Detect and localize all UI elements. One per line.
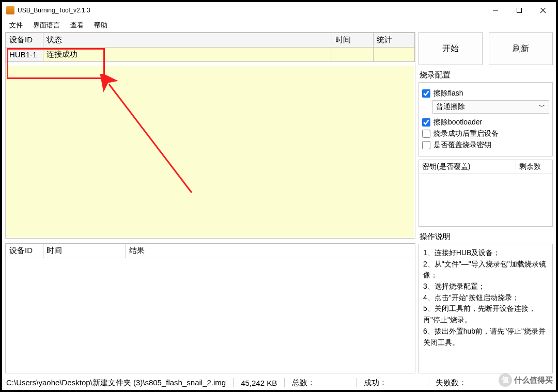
col-status[interactable]: 状态 xyxy=(43,33,332,48)
app-icon xyxy=(6,6,14,14)
log-col-result[interactable]: 结果 xyxy=(126,244,416,258)
window-title: USB_Burning_Tool_v2.1.3 xyxy=(18,7,484,14)
table-empty-area xyxy=(6,66,414,238)
erase-bootloader-checkbox[interactable] xyxy=(422,118,430,127)
instr-line: 1、连接好HUB及设备； xyxy=(423,247,548,259)
watermark-text: 什么值得买 xyxy=(514,375,553,385)
start-button[interactable]: 开始 xyxy=(419,32,483,65)
window-controls xyxy=(484,3,555,18)
cell-stat xyxy=(374,48,415,62)
instr-line: 6、拔出外置hub前，请先"停止"烧录并关闭工具。 xyxy=(423,326,548,348)
status-size: 45,242 KB xyxy=(241,379,277,387)
minimize-button[interactable] xyxy=(484,3,507,18)
instructions-panel: 1、连接好HUB及设备； 2、从"文件"—"导入烧录包"加载烧录镜像； 3、选择… xyxy=(419,244,553,373)
device-table: 设备ID 状态 时间 统计 HUB1-1 连接成功 xyxy=(6,33,415,62)
maximize-button[interactable] xyxy=(507,3,531,18)
device-table-panel: 设备ID 状态 时间 统计 HUB1-1 连接成功 xyxy=(5,32,415,239)
instructions-section: 操作说明 1、连接好HUB及设备； 2、从"文件"—"导入烧录包"加载烧录镜像；… xyxy=(419,230,553,373)
chevron-down-icon: ﹀ xyxy=(538,102,546,112)
instr-line: 5、关闭工具前，先断开设备连接，再"停止"烧录。 xyxy=(423,303,548,325)
instr-line: 2、从"文件"—"导入烧录包"加载烧录镜像； xyxy=(423,259,548,281)
menu-language[interactable]: 界面语言 xyxy=(29,20,64,31)
log-table: 设备ID 时间 结果 xyxy=(6,243,415,258)
config-title: 烧录配置 xyxy=(420,70,552,80)
col-stat[interactable]: 统计 xyxy=(374,33,415,48)
watermark-badge-icon: 值 xyxy=(499,373,512,387)
log-table-panel[interactable]: 设备ID 时间 结果 xyxy=(5,243,415,373)
erase-mode-select[interactable]: 普通擦除 ﹀ xyxy=(432,100,549,114)
erase-flash-label: 擦除flash xyxy=(433,89,463,98)
menu-view[interactable]: 查看 xyxy=(66,20,88,31)
erase-bootloader-label: 擦除bootloader xyxy=(433,118,482,127)
instr-line: 3、选择烧录配置； xyxy=(423,281,548,292)
statusbar: C:\Users\yaohe\Desktop\新建文件夹 (3)\s805_fl… xyxy=(2,375,556,390)
refresh-button[interactable]: 刷新 xyxy=(489,32,553,65)
status-total: 总数： xyxy=(292,378,349,388)
col-time[interactable]: 时间 xyxy=(332,33,374,48)
status-success: 成功： xyxy=(364,378,421,388)
reboot-after-label: 烧录成功后重启设备 xyxy=(433,129,499,138)
svg-rect-1 xyxy=(517,8,522,13)
key-col2[interactable]: 剩余数 xyxy=(516,160,552,174)
key-col1[interactable]: 密钥(是否覆盖) xyxy=(419,160,516,174)
cell-time xyxy=(332,48,374,62)
menu-file[interactable]: 文件 xyxy=(5,20,27,31)
overwrite-key-checkbox[interactable] xyxy=(422,141,430,149)
config-section: 烧录配置 擦除flash 普通擦除 ﹀ 擦除bootloader 烧录成功后重启… xyxy=(419,68,553,156)
status-path: C:\Users\yaohe\Desktop\新建文件夹 (3)\s805_fl… xyxy=(6,378,226,388)
menubar: 文件 界面语言 查看 帮助 xyxy=(2,19,556,32)
reboot-after-checkbox[interactable] xyxy=(422,130,430,138)
instr-line: 4、点击"开始"按钮启动烧录； xyxy=(423,292,548,304)
menu-help[interactable]: 帮助 xyxy=(90,20,112,31)
cell-status: 连接成功 xyxy=(43,48,332,62)
erase-flash-checkbox[interactable] xyxy=(422,89,430,98)
instructions-title: 操作说明 xyxy=(420,232,552,242)
cell-device-id: HUB1-1 xyxy=(6,48,43,62)
erase-mode-value: 普通擦除 xyxy=(436,102,465,112)
col-device-id[interactable]: 设备ID xyxy=(6,33,43,48)
watermark: 值 什么值得买 xyxy=(499,373,553,387)
table-row[interactable]: HUB1-1 连接成功 xyxy=(6,48,415,62)
status-fail: 失败数： xyxy=(436,378,467,388)
overwrite-key-label: 是否覆盖烧录密钥 xyxy=(433,140,491,150)
titlebar: USB_Burning_Tool_v2.1.3 xyxy=(2,2,556,19)
key-panel: 密钥(是否覆盖) 剩余数 xyxy=(419,160,553,227)
close-button[interactable] xyxy=(531,3,555,18)
log-col-time[interactable]: 时间 xyxy=(43,244,126,258)
log-col-id[interactable]: 设备ID xyxy=(6,244,43,258)
